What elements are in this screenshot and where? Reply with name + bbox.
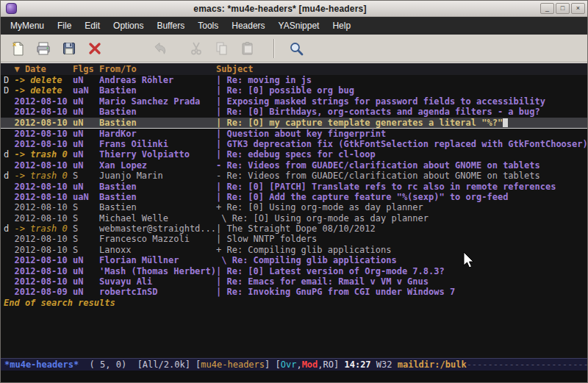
message-row[interactable]: 2012-08-10 uaN Bastien | Re: [0] Add the… bbox=[1, 192, 587, 202]
menu-item-mymenu[interactable]: MyMenu bbox=[4, 18, 51, 33]
message-mark bbox=[4, 96, 14, 107]
message-row[interactable]: D -> delete uaN Bastien | Re: [0] possib… bbox=[1, 85, 587, 96]
message-row[interactable]: 2012-08-10 S Bastien + Re: [0] Using org… bbox=[1, 202, 587, 212]
message-from: Xan Lopez bbox=[99, 160, 216, 171]
modeline-segment-ovr: Ovr bbox=[281, 359, 297, 370]
menu-item-tools[interactable]: Tools bbox=[191, 18, 225, 33]
message-mark bbox=[4, 276, 14, 287]
message-row[interactable]: 2012-08-10 S Michael Welle \ Re: [O] Usi… bbox=[1, 213, 587, 223]
message-row[interactable]: 2012-08-10 uN Bastien | Re: [0] [PATCH] … bbox=[1, 182, 587, 192]
message-mark bbox=[4, 160, 14, 171]
message-subject: | Re: [0] Birthdays, org-contacts and ag… bbox=[216, 107, 540, 117]
message-date: -> delete bbox=[14, 85, 72, 96]
message-subject: | Slow NNTP folders bbox=[216, 234, 317, 244]
save-button[interactable] bbox=[58, 37, 80, 60]
message-flags: uN bbox=[73, 160, 99, 171]
message-mark: D bbox=[4, 85, 14, 96]
message-subject: + Re: [0] Using org-mode as day planner bbox=[216, 202, 423, 212]
close-buffer-icon bbox=[87, 40, 103, 57]
message-flags: uN bbox=[73, 129, 99, 139]
headers-column-header[interactable]: ▼ Date Flgs From/To Subject bbox=[1, 63, 587, 75]
message-from: Bastien bbox=[99, 202, 216, 212]
message-flags: S bbox=[73, 245, 99, 255]
modeline-segment-ro: RO bbox=[323, 359, 334, 370]
message-row[interactable]: 2012-08-10 uN Xan Lopez - Re: Videos fro… bbox=[1, 160, 587, 171]
message-date: 2012-08-10 bbox=[14, 118, 72, 128]
menu-item-headers[interactable]: Headers bbox=[225, 18, 271, 33]
print-button[interactable] bbox=[32, 37, 54, 60]
message-subject: | Re: [0] Latest version of Org-mode 7.8… bbox=[216, 266, 445, 276]
message-row[interactable]: 2012-08-10 uN Frans Oilinki | GTK3 depre… bbox=[1, 139, 587, 149]
message-flags: S bbox=[73, 234, 99, 244]
message-date: 2012-08-10 bbox=[14, 129, 72, 139]
paste-button[interactable] bbox=[237, 37, 259, 60]
copy-icon bbox=[214, 40, 230, 57]
message-row[interactable]: 2012-08-10 uN 'Mash (Thomas Herbert)| Re… bbox=[1, 266, 587, 276]
message-row[interactable]: 2012-08-10 S Lanoxx + Re: Compiling glib… bbox=[1, 245, 587, 255]
message-subject: | Re: moving in js bbox=[216, 75, 312, 85]
modeline-segment-time: 14:27 bbox=[344, 359, 370, 370]
message-flags: uN bbox=[73, 139, 99, 149]
message-mark: d bbox=[4, 149, 14, 160]
message-subject: | Re: [0] [PATCH] Translate refs to rc a… bbox=[216, 182, 556, 192]
close-buffer-button[interactable] bbox=[84, 37, 106, 60]
message-mark bbox=[4, 182, 14, 192]
message-row[interactable]: d -> trash 0 S Juanjo Marin - Re: Videos… bbox=[1, 171, 587, 181]
message-from: Andreas Röhler bbox=[99, 75, 216, 85]
message-date: 2012-08-10 bbox=[14, 96, 72, 107]
message-date: 2012-08-10 bbox=[14, 234, 72, 244]
message-row[interactable]: 2012-08-10 uN Bastien | Re: [O] my captu… bbox=[1, 118, 587, 129]
message-flags: S bbox=[73, 213, 99, 223]
undo-button[interactable] bbox=[148, 37, 171, 60]
message-mark bbox=[4, 213, 14, 223]
message-row[interactable]: 2012-08-10 uN Suvayu Ali | Re: Emacs for… bbox=[1, 276, 587, 287]
menu-item-help[interactable]: Help bbox=[326, 18, 357, 33]
message-mark: d bbox=[4, 223, 14, 234]
message-subject: | Question about key fingerprint bbox=[216, 129, 386, 139]
end-of-results-message: End of search results bbox=[1, 298, 587, 308]
menu-item-edit[interactable]: Edit bbox=[78, 18, 107, 33]
cut-button[interactable] bbox=[185, 37, 207, 60]
message-row[interactable]: d -> trash 0 S webmaster@straightd...| T… bbox=[1, 223, 587, 234]
message-flags: uN bbox=[73, 255, 99, 265]
message-row[interactable]: 2012-08-10 uN Bastien | Re: [0] Birthday… bbox=[1, 107, 587, 117]
message-from: Bastien bbox=[99, 182, 216, 192]
message-mark bbox=[4, 118, 14, 128]
message-subject: | The Straight Dope 08/10/2012 bbox=[216, 223, 376, 234]
menu-item-options[interactable]: Options bbox=[107, 18, 150, 33]
minimize-button[interactable]: _ bbox=[540, 3, 554, 14]
emacs-icon bbox=[6, 3, 17, 14]
message-row[interactable]: 2012-08-10 S Francesco Mazzoli | Slow NN… bbox=[1, 234, 587, 244]
search-button[interactable] bbox=[285, 37, 307, 60]
message-subject: | Re: edebug specs for cl-loop bbox=[216, 149, 376, 160]
message-from: Bastien bbox=[99, 107, 216, 117]
message-row[interactable]: D -> delete uN Andreas Röhler | Re: movi… bbox=[1, 75, 587, 85]
message-row[interactable]: 2012-08-10 uN Mario Sanchez Prada | Expo… bbox=[1, 96, 587, 107]
message-from: Suvayu Ali bbox=[99, 276, 216, 287]
window-title: emacs: *mu4e-headers* [mu4e-headers] bbox=[20, 4, 540, 14]
echo-area[interactable] bbox=[1, 371, 587, 382]
window-titlebar: emacs: *mu4e-headers* [mu4e-headers] _ □… bbox=[1, 1, 587, 17]
message-mark bbox=[4, 192, 14, 202]
menu-item-file[interactable]: File bbox=[51, 18, 78, 33]
new-file-button[interactable] bbox=[7, 37, 29, 60]
message-mark: d bbox=[4, 171, 14, 181]
new-file-icon bbox=[10, 40, 26, 57]
modeline-segment-plain: ] bbox=[334, 359, 344, 370]
message-row[interactable]: 2012-08-09 uN robertcInSD | Re: Invoking… bbox=[1, 287, 587, 297]
message-row[interactable]: 2012-08-10 uN Florian Müllner \ Re: Comp… bbox=[1, 255, 587, 265]
message-row[interactable]: d -> trash 0 uN Thierry Volpiatto | Re: … bbox=[1, 149, 587, 160]
message-date: -> delete bbox=[14, 75, 72, 85]
message-from: Juanjo Marin bbox=[99, 171, 216, 181]
close-button[interactable]: × bbox=[571, 3, 585, 14]
modeline-segment-plain: ] [ bbox=[265, 359, 281, 370]
message-flags: uN bbox=[73, 276, 99, 287]
message-flags: uaN bbox=[73, 192, 99, 202]
menu-item-buffers[interactable]: Buffers bbox=[150, 18, 191, 33]
maximize-button[interactable]: □ bbox=[556, 3, 570, 14]
text-cursor bbox=[503, 118, 508, 127]
message-row[interactable]: 2012-08-10 uN HardKor | Question about k… bbox=[1, 129, 587, 139]
menu-item-yasnippet[interactable]: YASnippet bbox=[272, 18, 326, 33]
buffer-area[interactable]: ▼ Date Flgs From/To Subject D -> delete … bbox=[1, 62, 587, 358]
copy-button[interactable] bbox=[211, 37, 233, 60]
